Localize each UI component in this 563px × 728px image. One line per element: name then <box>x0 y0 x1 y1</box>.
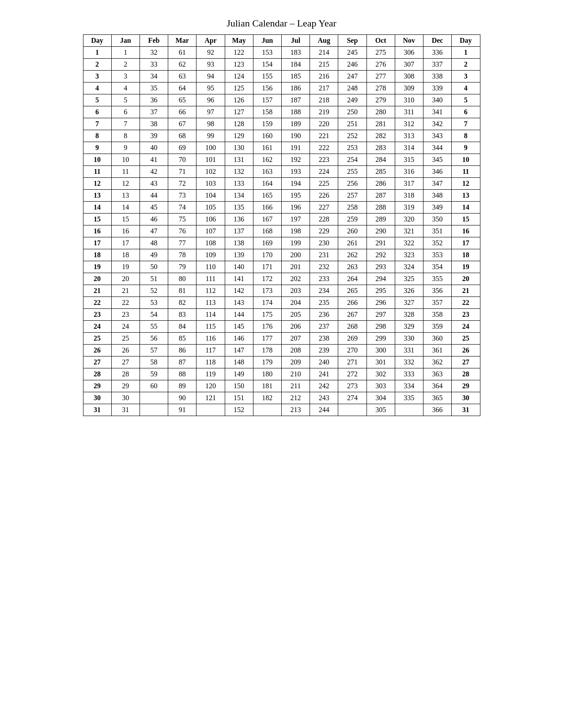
cell-dec: 351 <box>423 225 451 237</box>
day-number-right: 18 <box>452 249 480 261</box>
cell-sep: 246 <box>338 59 367 71</box>
cell-nov: 312 <box>395 118 423 130</box>
cell-feb <box>140 404 168 416</box>
cell-apr: 119 <box>196 368 225 380</box>
cell-nov: 310 <box>395 94 423 106</box>
cell-nov: 328 <box>395 309 423 321</box>
table-row: 113261921221531832142452753063361 <box>83 47 480 59</box>
cell-feb: 55 <box>140 321 168 333</box>
cell-oct: 298 <box>367 321 395 333</box>
day-number-right: 17 <box>452 237 480 249</box>
cell-oct: 301 <box>367 356 395 368</box>
cell-feb: 58 <box>140 356 168 368</box>
table-row: 9940691001301611912222532833143449 <box>83 142 480 154</box>
cell-may: 146 <box>225 333 253 345</box>
cell-apr: 120 <box>196 380 225 392</box>
cell-feb: 56 <box>140 333 168 345</box>
cell-jan: 2 <box>111 59 140 71</box>
cell-nov: 309 <box>395 83 423 94</box>
cell-sep: 260 <box>338 225 367 237</box>
cell-jun: 175 <box>253 309 281 321</box>
table-row: 2121528111214217320323426529532635621 <box>83 285 480 297</box>
day-number-left: 26 <box>83 345 111 356</box>
cell-jan: 8 <box>111 130 140 142</box>
cell-feb: 42 <box>140 166 168 178</box>
table-row: 2222538211314317420423526629632735722 <box>83 297 480 309</box>
cell-mar: 61 <box>168 47 196 59</box>
table-row: 1313447310413416519522625728731834813 <box>83 190 480 202</box>
day-number-right: 22 <box>452 297 480 309</box>
cell-nov: 321 <box>395 225 423 237</box>
cell-mar: 85 <box>168 333 196 345</box>
cell-jul: 209 <box>281 356 310 368</box>
cell-aug: 220 <box>310 118 338 130</box>
day-number-left: 21 <box>83 285 111 297</box>
cell-dec: 349 <box>423 202 451 214</box>
day-number-left: 8 <box>83 130 111 142</box>
day-number-left: 2 <box>83 59 111 71</box>
day-number-left: 16 <box>83 225 111 237</box>
cell-apr: 97 <box>196 106 225 118</box>
cell-sep: 267 <box>338 309 367 321</box>
cell-jul: 198 <box>281 225 310 237</box>
cell-jan: 29 <box>111 380 140 392</box>
cell-jan: 26 <box>111 345 140 356</box>
cell-aug: 216 <box>310 71 338 83</box>
table-row: 31319115221324430536631 <box>83 404 480 416</box>
cell-aug: 241 <box>310 368 338 380</box>
cell-apr: 111 <box>196 273 225 285</box>
cell-feb: 54 <box>140 309 168 321</box>
cell-oct: 275 <box>367 47 395 59</box>
cell-aug: 239 <box>310 345 338 356</box>
cell-jan: 5 <box>111 94 140 106</box>
table-row: 553665961261571872182492793103405 <box>83 94 480 106</box>
cell-apr: 117 <box>196 345 225 356</box>
cell-dec: 366 <box>423 404 451 416</box>
cell-mar: 71 <box>168 166 196 178</box>
cell-feb: 59 <box>140 368 168 380</box>
cell-feb: 39 <box>140 130 168 142</box>
table-row: 1515467510613616719722825928932035015 <box>83 214 480 225</box>
cell-dec: 342 <box>423 118 451 130</box>
day-number-left: 11 <box>83 166 111 178</box>
cell-mar: 89 <box>168 380 196 392</box>
cell-feb: 34 <box>140 71 168 83</box>
cell-jun: 158 <box>253 106 281 118</box>
cell-aug: 227 <box>310 202 338 214</box>
cell-sep: 269 <box>338 333 367 345</box>
cell-nov: 318 <box>395 190 423 202</box>
day-number-right: 13 <box>452 190 480 202</box>
day-number-left: 10 <box>83 154 111 166</box>
cell-jun: 166 <box>253 202 281 214</box>
cell-jul: 191 <box>281 142 310 154</box>
cell-jul: 208 <box>281 345 310 356</box>
cell-jan: 13 <box>111 190 140 202</box>
cell-nov: 332 <box>395 356 423 368</box>
cell-jul: 192 <box>281 154 310 166</box>
cell-sep: 270 <box>338 345 367 356</box>
cell-apr: 106 <box>196 214 225 225</box>
day-number-right: 20 <box>452 273 480 285</box>
cell-jun: 154 <box>253 59 281 71</box>
cell-apr: 113 <box>196 297 225 309</box>
cell-jul: 210 <box>281 368 310 380</box>
cell-jan: 21 <box>111 285 140 297</box>
cell-sep: 271 <box>338 356 367 368</box>
day-number-left: 7 <box>83 118 111 130</box>
cell-sep: 248 <box>338 83 367 94</box>
cell-jul: 193 <box>281 166 310 178</box>
cell-aug: 240 <box>310 356 338 368</box>
cell-feb: 38 <box>140 118 168 130</box>
cell-jul: 212 <box>281 392 310 404</box>
cell-mar: 67 <box>168 118 196 130</box>
day-number-right: 31 <box>452 404 480 416</box>
cell-sep: 251 <box>338 118 367 130</box>
day-number-right: 2 <box>452 59 480 71</box>
cell-may: 140 <box>225 261 253 273</box>
cell-jun: 176 <box>253 321 281 333</box>
table-row: 1111427110213216319322425528531634611 <box>83 166 480 178</box>
cell-may: 148 <box>225 356 253 368</box>
table-row: 2525568511614617720723826929933036025 <box>83 333 480 345</box>
day-number-right: 14 <box>452 202 480 214</box>
cell-oct: 293 <box>367 261 395 273</box>
